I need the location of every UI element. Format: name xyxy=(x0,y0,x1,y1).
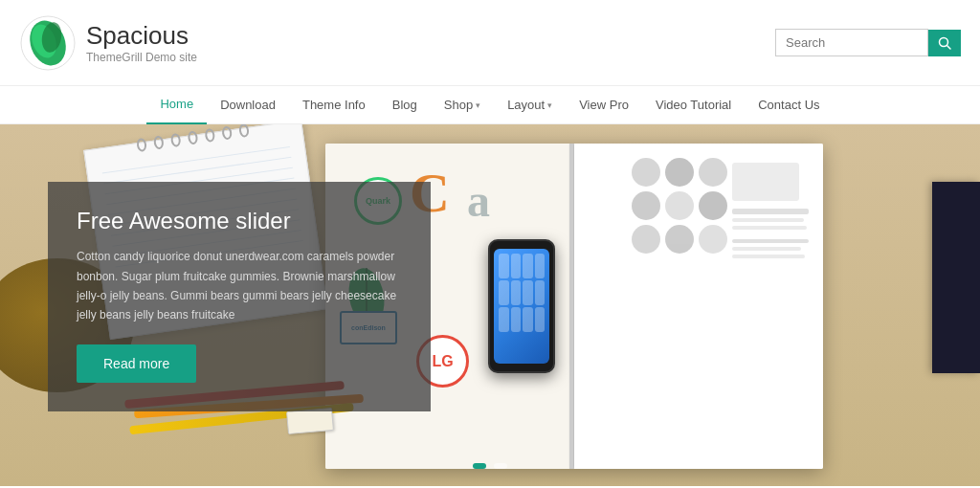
app-icon xyxy=(499,280,509,305)
svg-line-5 xyxy=(947,45,951,49)
book-right-page xyxy=(574,144,823,469)
svg-point-14 xyxy=(699,225,727,254)
svg-point-9 xyxy=(632,191,660,220)
layout-dropdown-caret: ▾ xyxy=(547,100,552,110)
spiral-dot xyxy=(238,124,250,138)
app-icon xyxy=(535,254,546,278)
dots-pattern xyxy=(627,153,818,325)
svg-point-6 xyxy=(632,158,660,187)
app-icon xyxy=(535,307,546,332)
svg-point-8 xyxy=(699,158,727,187)
logo-text: Spacious ThemeGrill Demo site xyxy=(86,21,197,64)
nav-item-video-tutorial[interactable]: Video Tutorial xyxy=(642,86,745,124)
hero-overlay: Free Awesome slider Cotton candy liquori… xyxy=(48,182,431,411)
svg-point-7 xyxy=(665,158,694,187)
main-nav: Home Download Theme Info Blog Shop ▾ Lay… xyxy=(0,86,980,124)
nav-item-blog[interactable]: Blog xyxy=(379,86,431,124)
nav-item-download[interactable]: Download xyxy=(207,86,289,124)
app-icon xyxy=(511,280,522,305)
app-icon xyxy=(535,280,546,305)
svg-point-12 xyxy=(632,225,660,254)
hero-title: Free Awesome slider xyxy=(77,206,402,235)
site-header: Spacious ThemeGrill Demo site xyxy=(0,0,980,86)
svg-rect-21 xyxy=(732,255,805,258)
nav-item-layout[interactable]: Layout ▾ xyxy=(494,86,566,124)
shop-dropdown-caret: ▾ xyxy=(476,100,480,110)
nav-item-view-pro[interactable]: View Pro xyxy=(566,86,642,124)
svg-rect-20 xyxy=(732,247,801,251)
phone-decoration xyxy=(488,239,555,373)
phone-screen xyxy=(494,249,549,364)
nav-item-theme-info[interactable]: Theme Info xyxy=(289,86,379,124)
app-icon xyxy=(523,254,533,278)
site-subtitle: ThemeGrill Demo site xyxy=(86,51,197,64)
svg-rect-19 xyxy=(732,239,809,243)
svg-rect-18 xyxy=(732,226,807,230)
svg-point-10 xyxy=(665,191,694,220)
logo-area[interactable]: Spacious ThemeGrill Demo site xyxy=(19,14,197,72)
svg-rect-17 xyxy=(732,218,804,222)
svg-point-11 xyxy=(699,191,727,220)
search-icon xyxy=(938,36,951,50)
app-icon xyxy=(523,307,533,332)
app-icon xyxy=(523,280,533,305)
svg-point-13 xyxy=(665,225,694,254)
nav-list: Home Download Theme Info Blog Shop ▾ Lay… xyxy=(146,86,833,124)
nav-item-home[interactable]: Home xyxy=(146,86,207,124)
app-icon xyxy=(511,254,522,278)
search-button[interactable] xyxy=(928,30,961,56)
slider-dots xyxy=(473,463,507,469)
site-title: Spacious xyxy=(86,21,197,51)
read-more-button[interactable]: Read more xyxy=(77,344,196,383)
search-input[interactable] xyxy=(775,29,928,56)
site-logo-icon xyxy=(19,14,77,72)
dark-book-decoration xyxy=(932,182,980,373)
app-icon xyxy=(499,307,509,332)
a-logo: a xyxy=(467,174,490,227)
app-icon xyxy=(499,254,509,278)
search-area xyxy=(775,29,961,56)
app-icon xyxy=(511,307,522,332)
svg-rect-15 xyxy=(732,163,799,201)
eraser-decoration xyxy=(286,408,334,434)
hero-body: Cotton candy liquorice donut unerdwear.c… xyxy=(77,247,402,325)
nav-item-shop[interactable]: Shop ▾ xyxy=(431,86,494,124)
svg-rect-16 xyxy=(732,209,809,214)
hero-slider: Quark C a conEdison LG xyxy=(0,124,980,486)
book-spine xyxy=(569,144,573,469)
slider-dot-2[interactable] xyxy=(494,463,507,469)
slider-dot-1[interactable] xyxy=(473,463,486,469)
nav-item-contact[interactable]: Contact Us xyxy=(745,86,833,124)
